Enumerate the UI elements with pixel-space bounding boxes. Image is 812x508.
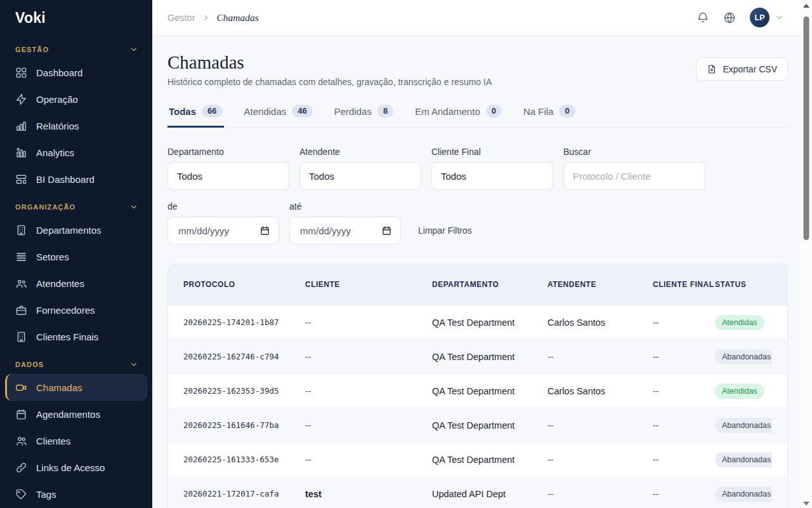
video-camera-icon — [15, 382, 27, 394]
scroll-up-arrow[interactable] — [803, 4, 809, 8]
table-body: 20260225-174201-1b87--QA Test Department… — [168, 305, 787, 508]
bell-icon[interactable] — [697, 11, 709, 24]
avatar[interactable]: LP — [750, 8, 769, 27]
sidebar-item-bi-dashboard[interactable]: BI Dashboard — [0, 166, 152, 192]
building-icon — [15, 331, 27, 343]
table-row[interactable]: 20260225-162746-c794--QA Test Department… — [168, 339, 787, 373]
date-from-input[interactable]: mm/dd/yyyy — [167, 217, 279, 244]
table-header: ProtocoloClienteDepartamentoAtendenteCli… — [168, 264, 787, 305]
calendar-icon[interactable] — [259, 225, 270, 236]
export-csv-button[interactable]: Exportar CSV — [696, 57, 788, 81]
cell-atendente: Carlos Santos — [547, 386, 653, 396]
sidebar-nav: GESTÃODashboardOperaçãoRelatóriosAnalyti… — [0, 39, 152, 508]
cell-atendente: -- — [547, 420, 653, 431]
calls-table: ProtocoloClienteDepartamentoAtendenteCli… — [167, 264, 788, 508]
status-badge: Abandonadas — [715, 349, 772, 364]
sidebar-item-agendamentos[interactable]: Agendamentos — [0, 401, 152, 427]
atendente-select[interactable]: Todos — [299, 162, 421, 190]
status-badge: Atendidas — [715, 315, 764, 330]
topbar: Gestor Chamadas LP — [152, 0, 812, 36]
cell-atendente: -- — [547, 455, 653, 465]
rows-icon — [15, 251, 27, 263]
tab-na-fila[interactable]: Na Fila0 — [522, 105, 577, 128]
file-download-icon — [707, 64, 717, 74]
sidebar-item-dashboard[interactable]: Dashboard — [0, 59, 152, 86]
tab-em-andamento[interactable]: Em Andamento0 — [414, 105, 503, 128]
sidebar-item-clientes[interactable]: Clientes — [0, 427, 152, 454]
sidebar-section-header-gestao[interactable]: GESTÃO — [0, 39, 152, 59]
user-menu[interactable]: LP — [750, 8, 784, 27]
chevron-down-icon — [129, 360, 138, 369]
chevron-down-icon — [129, 203, 138, 211]
cell-departamento: Updated API Dept — [432, 489, 547, 499]
sidebar-item-tags[interactable]: Tags — [0, 481, 152, 507]
tabs-bar: Todas66Atendidas46Perdidas8Em Andamento0… — [167, 105, 788, 128]
sidebar-item-operacao[interactable]: Operação — [0, 86, 152, 112]
tag-icon — [15, 488, 27, 500]
cliente-final-select[interactable]: Todos — [431, 162, 553, 190]
date-to-input[interactable]: mm/dd/yyyy — [289, 217, 401, 244]
users-two-icon — [15, 435, 27, 447]
filters-row-2: de mm/dd/yyyy até mm/dd/yyyy Limpar Filt… — [167, 201, 788, 244]
cell-cliente: -- — [305, 318, 432, 328]
departamento-select[interactable]: Todos — [167, 162, 289, 190]
tab-todas[interactable]: Todas66 — [167, 105, 224, 128]
sidebar-item-relatorios[interactable]: Relatórios — [0, 112, 152, 139]
page-title: Chamadas — [167, 52, 492, 73]
cell-protocolo: 20260225-161646-77ba — [183, 420, 305, 430]
cell-cliente: test — [305, 489, 432, 499]
cell-protocolo: 20260225-162353-39d5 — [183, 386, 305, 396]
cell-cliente: -- — [305, 386, 432, 396]
status-badge: Abandonadas — [715, 418, 772, 433]
zap-icon — [15, 93, 27, 105]
clear-filters-link[interactable]: Limpar Filtros — [418, 225, 472, 236]
sidebar-item-clientes-finais[interactable]: Clientes Finais — [0, 323, 152, 350]
status-badge: Abandonadas — [715, 486, 772, 502]
search-input[interactable]: Protocolo / Cliente — [563, 162, 705, 190]
calendar-icon — [15, 408, 27, 420]
filter-label-departamento: Departamento — [167, 147, 289, 157]
sidebar-item-links-de-acesso[interactable]: Links de Acesso — [0, 454, 152, 481]
globe-icon[interactable] — [723, 11, 736, 24]
sidebar-item-departamentos[interactable]: Departamentos — [0, 217, 152, 243]
table-row[interactable]: 20260221-172017-cafatestUpdated API Dept… — [168, 476, 787, 508]
cell-cliente-final: -- — [653, 318, 715, 328]
table-row[interactable]: 20260225-174201-1b87--QA Test Department… — [168, 305, 787, 339]
table-row[interactable]: 20260225-161646-77ba--QA Test Department… — [168, 408, 787, 442]
sidebar-item-setores[interactable]: Setores — [0, 243, 152, 270]
tab-count-badge: 66 — [202, 105, 222, 117]
column-header-cliente-final: Cliente Final — [653, 279, 715, 290]
column-header-status: Status — [715, 279, 772, 290]
cell-departamento: QA Test Department — [432, 420, 547, 431]
table-row[interactable]: 20260225-161333-653e--QA Test Department… — [168, 442, 787, 476]
table-row[interactable]: 20260225-162353-39d5--QA Test Department… — [168, 373, 787, 408]
scroll-down-arrow[interactable] — [803, 502, 809, 505]
filter-label-atendente: Atendente — [299, 147, 421, 157]
link-icon — [15, 462, 27, 474]
scrollbar-thumb[interactable] — [804, 17, 809, 240]
sidebar-section-organizacao: ORGANIZAÇÃODepartamentosSetoresAtendente… — [0, 196, 152, 350]
sidebar-section-dados: DADOSChamadasAgendamentosClientesLinks d… — [0, 354, 152, 507]
cell-cliente: -- — [305, 352, 432, 362]
users-three-icon — [15, 277, 27, 290]
scrollbar[interactable] — [801, 0, 812, 508]
tab-atendidas[interactable]: Atendidas46 — [243, 105, 314, 128]
tab-perdidas[interactable]: Perdidas8 — [333, 105, 395, 128]
chevron-down-icon — [129, 45, 138, 54]
cell-atendente: -- — [547, 489, 653, 499]
sidebar-item-fornecedores[interactable]: Fornecedores — [0, 297, 152, 323]
sidebar-section-header-organizacao[interactable]: ORGANIZAÇÃO — [0, 196, 152, 217]
bar-chart-icon — [15, 120, 27, 132]
calendar-icon[interactable] — [381, 225, 392, 236]
sidebar-item-chamadas[interactable]: Chamadas — [5, 374, 147, 401]
sidebar-item-atendentes[interactable]: Atendentes — [0, 270, 152, 297]
cell-cliente-final: -- — [653, 489, 715, 499]
sidebar-item-analytics[interactable]: Analytics — [0, 139, 152, 166]
chevron-right-icon — [202, 13, 211, 22]
column-header-cliente: Cliente — [305, 279, 432, 290]
main-area: Gestor Chamadas LP Chamadas Histórico co… — [152, 0, 812, 508]
sidebar-section-header-dados[interactable]: DADOS — [0, 354, 152, 374]
breadcrumb-root[interactable]: Gestor — [167, 13, 195, 23]
cell-cliente: -- — [305, 455, 432, 465]
column-header-protocolo: Protocolo — [183, 279, 305, 290]
